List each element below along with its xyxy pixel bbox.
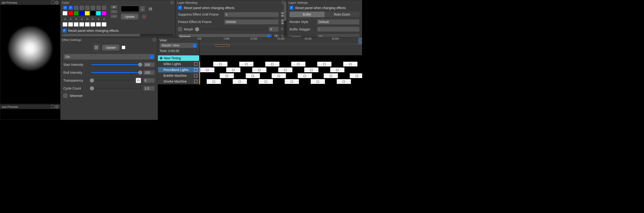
blend-scrollbar[interactable] (284, 1, 286, 36)
effect-clip[interactable] (304, 67, 318, 72)
effect-update-button[interactable]: Update (102, 45, 120, 51)
effect-clip[interactable] (258, 79, 273, 84)
color-swatch-2[interactable] (74, 11, 79, 16)
color-scrollbar[interactable] (62, 34, 174, 36)
close-icon[interactable]: ✕ (152, 38, 156, 42)
render-style-select[interactable]: Default (317, 19, 360, 25)
color-swatch-6[interactable] (96, 11, 101, 16)
effect-clip[interactable] (226, 67, 240, 72)
effect-clip[interactable] (265, 62, 280, 67)
color-enable-checkbox-6[interactable] (96, 6, 100, 10)
color-enable-checkbox-7[interactable] (102, 6, 106, 10)
color-swatch-0[interactable] (62, 11, 68, 16)
link-curve-icon[interactable] (136, 78, 141, 83)
effect-clip[interactable] (291, 62, 306, 67)
color-enable-checkbox-3[interactable] (80, 6, 84, 10)
swap-arrows-icon[interactable]: ⇄ (110, 5, 118, 9)
track-color-swatch[interactable] (194, 74, 197, 77)
close-icon[interactable]: ✕ (170, 1, 174, 5)
effect-clip[interactable] (298, 73, 312, 78)
lock-icon[interactable] (102, 17, 106, 21)
effect-clip[interactable] (284, 79, 299, 84)
lock-icon[interactable] (79, 17, 84, 21)
effect-clip[interactable] (343, 62, 358, 67)
color-swatch-4[interactable] (85, 11, 90, 16)
timeline-ruler[interactable]: 0005.00010.00015.00020.00025.00030.000 (199, 37, 362, 55)
restore-icon[interactable] (51, 105, 54, 108)
shift-right-icon[interactable]: → (110, 14, 118, 18)
track-label-bubble machine[interactable]: Bubble Machine (158, 73, 199, 79)
shimmer-checkbox[interactable] (64, 94, 67, 98)
morph-slider[interactable] (195, 29, 267, 30)
color-swatch-alt-4[interactable] (85, 22, 90, 27)
end-intensity-slider[interactable] (91, 72, 141, 73)
lock-icon[interactable] (90, 17, 96, 21)
color-swatch-alt-6[interactable] (96, 22, 101, 27)
morph-value-input[interactable] (268, 27, 279, 32)
end-intensity-value[interactable]: 100 (143, 70, 155, 75)
track-color-swatch[interactable] (194, 80, 197, 83)
effect-clip[interactable] (206, 79, 221, 84)
track-label-new timing[interactable]: New Timing (158, 55, 199, 61)
blend-reset-checkbox[interactable] (178, 6, 182, 10)
effect-clip[interactable] (252, 67, 266, 72)
color-swatch-alt-7[interactable] (102, 22, 106, 27)
effect-clip[interactable] (337, 79, 351, 84)
buffer-stagger-input[interactable] (317, 27, 360, 32)
color-swatch-alt-3[interactable] (79, 22, 84, 27)
color-swatch-alt-2[interactable] (74, 22, 79, 27)
timeline-tracks[interactable]: New TimingWilko LightsPoundland LightsBu… (158, 55, 362, 120)
effect-clip[interactable] (239, 62, 254, 67)
view-select[interactable]: Master View ⌄ (160, 43, 198, 48)
lock-icon[interactable] (62, 17, 68, 21)
effect-clip[interactable] (310, 79, 325, 84)
color-enable-checkbox-4[interactable] (86, 6, 90, 10)
color-swatch-1[interactable] (68, 11, 73, 16)
start-intensity-value[interactable]: 100 (143, 62, 155, 67)
effect-clip[interactable] (272, 73, 286, 78)
transparency-slider[interactable] (91, 80, 134, 81)
suppress-input[interactable] (224, 12, 279, 17)
lock-icon[interactable] (68, 17, 73, 21)
effect-clip[interactable] (220, 73, 234, 78)
color-reset-checkbox[interactable] (62, 29, 66, 33)
color-swatch-3[interactable] (79, 11, 84, 16)
color-swatch-7[interactable] (102, 11, 106, 16)
color-enable-checkbox-1[interactable] (69, 6, 73, 10)
color-enable-checkbox-0[interactable] (63, 6, 67, 10)
track-label-wilko lights[interactable]: Wilko Lights (158, 61, 199, 67)
track-color-swatch[interactable] (194, 62, 197, 66)
effect-clip[interactable] (200, 67, 214, 72)
radio-icon[interactable] (160, 57, 162, 60)
close-icon[interactable]: ✕ (55, 105, 59, 109)
effect-clip[interactable] (350, 73, 362, 78)
lock-icon[interactable] (96, 17, 101, 21)
playhead-range[interactable] (216, 44, 230, 47)
color-enable-checkbox-5[interactable] (91, 6, 95, 10)
color-enable-checkbox-2[interactable] (74, 6, 78, 10)
effect-color-swatch[interactable] (122, 46, 125, 49)
track-label-poundland lights[interactable]: Poundland Lights (158, 67, 199, 73)
color-hex-input[interactable] (121, 6, 139, 12)
color-dropdown-button[interactable]: ⌄ (140, 6, 145, 12)
dice-icon[interactable] (93, 44, 100, 51)
color-swatch-5[interactable] (90, 11, 96, 16)
lock-icon[interactable] (85, 17, 90, 21)
start-intensity-slider[interactable] (91, 64, 141, 65)
effect-clip[interactable] (246, 73, 260, 78)
effect-mode-select[interactable]: On ⌄ (64, 54, 155, 60)
effect-clip[interactable] (278, 67, 292, 72)
tab-buffer[interactable]: Buffer (290, 12, 324, 17)
save-icon[interactable] (148, 7, 152, 11)
track-label-smoke machine[interactable]: Smoke Machine (158, 79, 199, 84)
cycle-count-value[interactable]: 1.0 (143, 86, 155, 91)
effect-clip[interactable] (232, 79, 247, 84)
close-icon[interactable]: ✕ (55, 1, 59, 5)
transparency-value[interactable]: 0 (143, 78, 155, 83)
restore-icon[interactable] (51, 1, 54, 4)
lock-icon[interactable] (74, 17, 79, 21)
color-swatch-alt-1[interactable] (68, 22, 73, 27)
color-delete-button[interactable]: ✕ (142, 14, 147, 19)
freeze-input[interactable] (224, 19, 279, 25)
color-update-button[interactable]: Update (121, 14, 138, 20)
